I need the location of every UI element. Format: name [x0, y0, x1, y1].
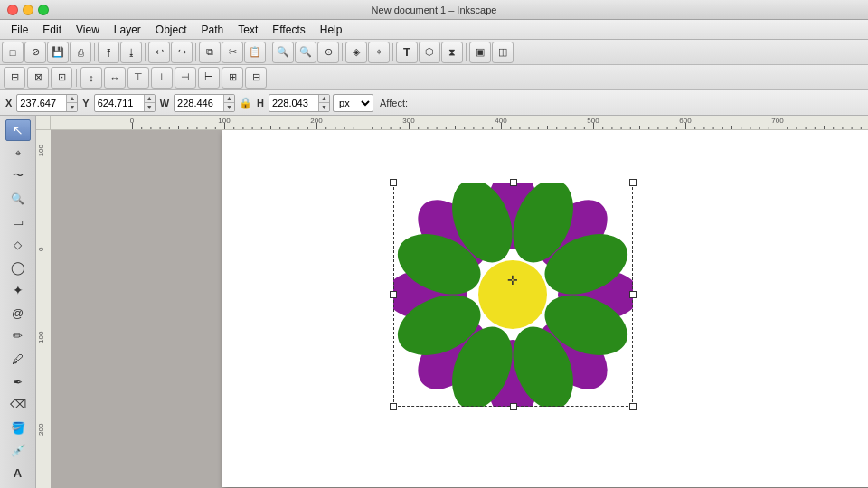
dist-horizontal-btn[interactable]: ↔	[104, 67, 126, 89]
align-right-btn[interactable]: ⊢	[198, 67, 220, 89]
stroke-button[interactable]: ◫	[492, 42, 514, 63]
zoom-tool-btn[interactable]: 🔍	[5, 188, 31, 210]
bucket-tool-btn[interactable]: 🪣	[5, 417, 31, 438]
cut-button[interactable]: ✂	[222, 42, 243, 63]
align-top-btn[interactable]: ⊤	[127, 67, 149, 89]
menu-layer[interactable]: Layer	[107, 22, 148, 38]
open-button[interactable]: ⊘	[24, 42, 46, 63]
menu-help[interactable]: Help	[313, 22, 350, 38]
ruler-corner	[36, 116, 51, 130]
selection-box	[393, 183, 633, 407]
text-tool-btn[interactable]: A	[5, 463, 31, 484]
text-button[interactable]: T	[396, 42, 418, 63]
star-tool-btn[interactable]: ✦	[5, 279, 31, 301]
export-button[interactable]: ⭳	[120, 42, 142, 63]
lock-icon[interactable]: 🔒	[238, 96, 252, 110]
main-toolbar: □ ⊘ 💾 ⎙ ⭱ ⭳ ↩ ↪ ⧉ ✂ 📋 🔍 🔍 ⊙ ◈ ⌖ T ⬡ ⧗ ▣ …	[0, 40, 868, 65]
node-edit-button[interactable]: ⌖	[368, 42, 390, 63]
menu-text[interactable]: Text	[231, 22, 265, 38]
print-button[interactable]: ⎙	[70, 42, 91, 63]
w-input-wrapper: ▲ ▼	[174, 94, 235, 112]
w-spin-down[interactable]: ▼	[223, 103, 234, 111]
pencil-tool-btn[interactable]: ✏	[5, 325, 31, 347]
copy-button[interactable]: ⧉	[199, 42, 221, 63]
menu-effects[interactable]: Effects	[265, 22, 312, 38]
menu-object[interactable]: Object	[148, 22, 194, 38]
pen-tool-btn[interactable]: 🖊	[5, 348, 31, 370]
paste-button[interactable]: 📋	[244, 42, 266, 63]
w-input[interactable]	[175, 95, 224, 111]
h-spin-up[interactable]: ▲	[318, 95, 329, 104]
sep2	[145, 43, 146, 61]
title-bar: New document 1 – Inkscape	[0, 0, 868, 20]
unit-select[interactable]: px mm in	[333, 94, 373, 112]
menu-view[interactable]: View	[69, 22, 107, 38]
handle-tm[interactable]	[510, 179, 517, 186]
minimize-button[interactable]	[23, 5, 33, 15]
align-left-btn[interactable]: ⊣	[175, 67, 196, 89]
sep6	[392, 43, 393, 61]
canvas-container: ✛	[36, 116, 868, 488]
new-button[interactable]: □	[2, 42, 24, 63]
align-center-h-btn[interactable]: ⊞	[222, 67, 243, 89]
calligraphy-tool-btn[interactable]: ✒	[5, 371, 31, 392]
handle-tr[interactable]	[629, 179, 637, 186]
close-button[interactable]	[7, 5, 18, 15]
w-spinbox: ▲ ▼	[223, 95, 234, 111]
menu-path[interactable]: Path	[194, 22, 231, 38]
save-button[interactable]: 💾	[47, 42, 69, 63]
spiral-tool-btn[interactable]: @	[5, 303, 31, 324]
handle-bm[interactable]	[510, 403, 517, 410]
undo-button[interactable]: ↩	[148, 42, 170, 63]
select-all-button[interactable]: ◈	[345, 42, 367, 63]
redo-button[interactable]: ↪	[171, 42, 193, 63]
handle-bl[interactable]	[390, 403, 397, 410]
handle-tl[interactable]	[390, 179, 397, 186]
left-toolbar: ↖ ⌖ 〜 🔍 ▭ ◇ ◯ ✦ @ ✏ 🖊 ✒ ⌫ 🪣 💉 A	[0, 116, 36, 488]
ruler-top	[51, 116, 868, 130]
box3d-tool-btn[interactable]: ◇	[5, 234, 31, 256]
rect-tool-btn[interactable]: ▭	[5, 211, 31, 232]
handle-br[interactable]	[629, 403, 637, 410]
snap-nodes-btn[interactable]: ⊠	[27, 67, 49, 89]
main-area: ↖ ⌖ 〜 🔍 ▭ ◇ ◯ ✦ @ ✏ 🖊 ✒ ⌫ 🪣 💉 A	[0, 116, 868, 488]
fill-button[interactable]: ▣	[469, 42, 491, 63]
import-button[interactable]: ⭱	[98, 42, 119, 63]
y-input[interactable]	[95, 95, 145, 111]
x-spin-down[interactable]: ▼	[66, 103, 77, 111]
menu-edit[interactable]: Edit	[35, 22, 69, 38]
dropper-tool-btn[interactable]: 💉	[5, 439, 31, 461]
align-bottom-btn[interactable]: ⊥	[151, 67, 173, 89]
w-spin-up[interactable]: ▲	[223, 95, 234, 104]
snap-toggle[interactable]: ⊟	[4, 67, 25, 89]
x-spinbox: ▲ ▼	[66, 95, 77, 111]
eraser-tool-btn[interactable]: ⌫	[5, 394, 31, 416]
w-label: W	[158, 98, 171, 108]
snap-bbox-btn[interactable]: ⊡	[51, 67, 72, 89]
align-center-v-btn[interactable]: ⊟	[245, 67, 267, 89]
transform-button[interactable]: ⧗	[441, 42, 463, 63]
x-spin-up[interactable]: ▲	[66, 95, 77, 104]
zoom-in-button[interactable]: 🔍	[272, 42, 294, 63]
maximize-button[interactable]	[38, 5, 49, 15]
h-input[interactable]	[269, 95, 319, 111]
xml-button[interactable]: ⬡	[419, 42, 440, 63]
tweak-tool-btn[interactable]: 〜	[5, 165, 31, 187]
select-tool-btn[interactable]: ↖	[5, 119, 31, 141]
h-spin-down[interactable]: ▼	[318, 103, 329, 111]
menu-file[interactable]: File	[4, 22, 35, 38]
ellipse-tool-btn[interactable]: ◯	[5, 257, 31, 278]
node-tool-btn[interactable]: ⌖	[5, 142, 31, 164]
y-spin-down[interactable]: ▼	[144, 103, 155, 111]
x-input[interactable]	[17, 95, 67, 111]
h-label: H	[255, 98, 266, 108]
sep5	[342, 43, 343, 61]
canvas[interactable]: ✛	[51, 130, 868, 488]
y-spin-up[interactable]: ▲	[144, 95, 155, 104]
dist-vertical-btn[interactable]: ↕	[80, 67, 102, 89]
zoom-fit-button[interactable]: ⊙	[317, 42, 339, 63]
zoom-out-button[interactable]: 🔍	[295, 42, 316, 63]
handle-ml[interactable]	[390, 291, 397, 298]
sep3	[195, 43, 196, 61]
handle-mr[interactable]	[629, 291, 637, 298]
